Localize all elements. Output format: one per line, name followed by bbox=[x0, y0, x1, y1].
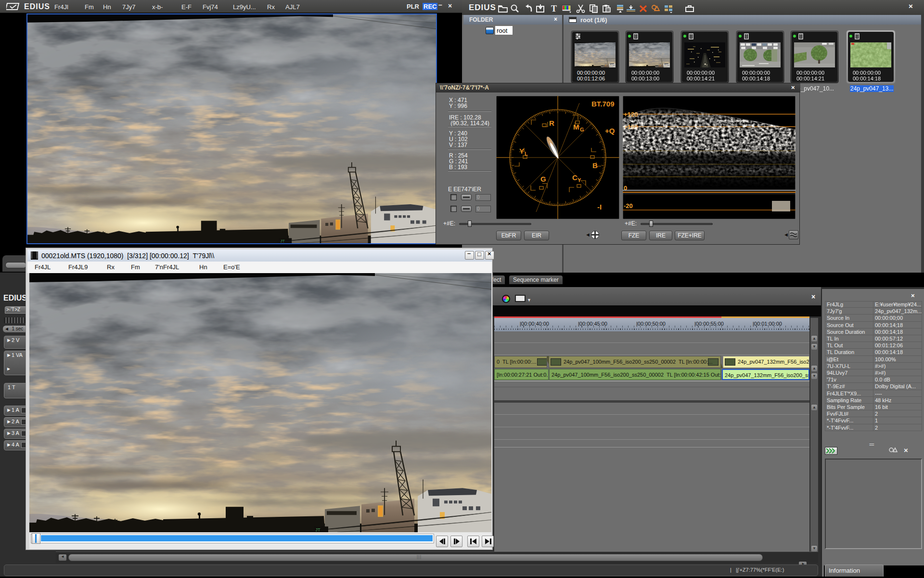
svg-text:BT.709: BT.709 bbox=[591, 100, 615, 108]
svg-text:R: R bbox=[549, 119, 554, 127]
svg-text:C: C bbox=[572, 173, 578, 182]
svg-text:Y: Y bbox=[578, 177, 581, 183]
svg-text:B: B bbox=[592, 161, 598, 170]
svg-text:-I: -I bbox=[597, 203, 602, 211]
svg-text:L: L bbox=[525, 151, 528, 157]
svg-text:M: M bbox=[573, 123, 579, 131]
svg-text:+Q: +Q bbox=[605, 127, 615, 135]
svg-text:G: G bbox=[580, 127, 584, 132]
svg-text:T: T bbox=[551, 4, 557, 13]
svg-text:Y: Y bbox=[519, 147, 524, 155]
svg-text:G: G bbox=[540, 175, 546, 183]
